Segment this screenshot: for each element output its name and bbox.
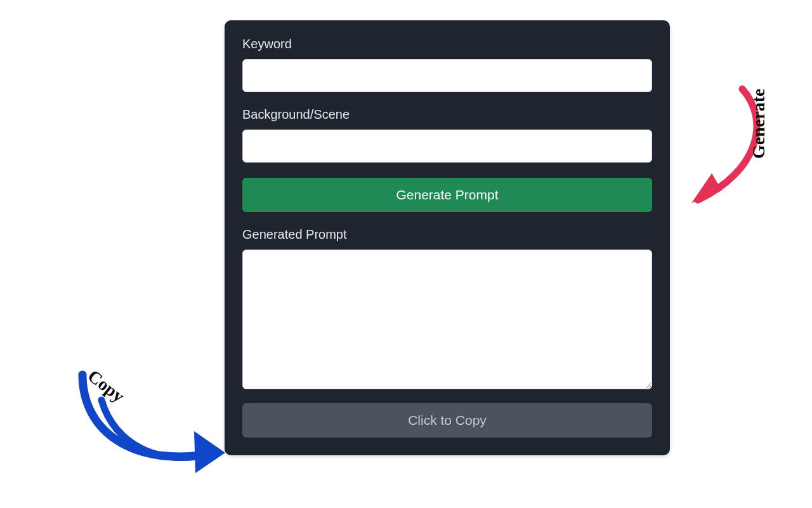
background-input[interactable]: [242, 130, 652, 163]
generate-button[interactable]: Generate Prompt: [242, 178, 652, 212]
svg-marker-1: [194, 431, 225, 473]
output-label: Generated Prompt: [242, 227, 652, 242]
generate-arrow-icon: [672, 76, 787, 229]
output-textarea[interactable]: [242, 250, 652, 389]
background-label: Background/Scene: [242, 107, 652, 122]
copy-annotation-text: Copy: [84, 366, 128, 406]
copy-button[interactable]: Click to Copy: [242, 403, 652, 438]
svg-marker-0: [691, 173, 722, 203]
keyword-label: Keyword: [242, 37, 652, 51]
prompt-generator-panel: Keyword Background/Scene Generate Prompt…: [225, 20, 670, 455]
keyword-input[interactable]: [242, 59, 652, 92]
generate-annotation-text: Generate: [749, 89, 769, 159]
